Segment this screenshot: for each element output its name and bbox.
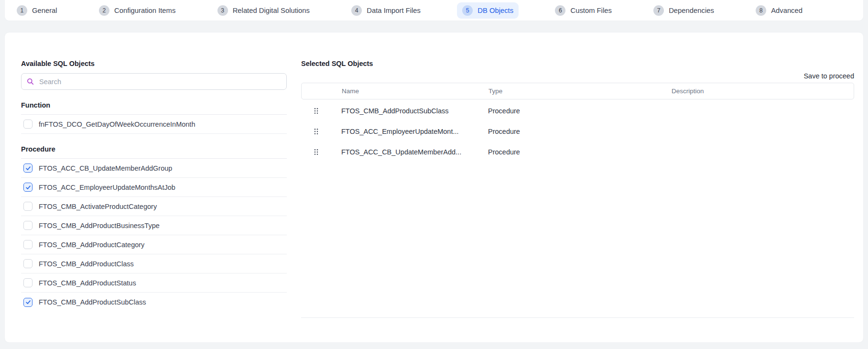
sql-object-label: FTOS_CMB_AddProductCategory — [39, 241, 144, 249]
tab-data-import-files[interactable]: 4 Data Import Files — [346, 2, 426, 19]
selected-sql-objects-panel: Selected SQL Objects Save to proceed Nam… — [301, 60, 854, 162]
available-sql-objects-panel: Available SQL Objects Function fnFTOS_DC… — [21, 60, 287, 312]
step-label: Data Import Files — [367, 7, 421, 14]
sql-object-label: FTOS_ACC_CB_UpdateMemberAddGroup — [39, 164, 172, 172]
sql-object-label: FTOS_CMB_ActivateProductCategory — [39, 203, 157, 210]
check-icon — [25, 121, 31, 127]
sql-object-label: fnFTOS_DCO_GetDayOfWeekOccurrenceInMonth — [39, 120, 195, 128]
available-objects-title: Available SQL Objects — [21, 60, 287, 68]
sql-object-groups: Function fnFTOS_DCO_GetDayOfWeekOccurren… — [21, 90, 287, 312]
step-label: DB Objects — [477, 7, 513, 14]
selected-objects-title: Selected SQL Objects — [301, 60, 854, 68]
column-header-name: Name — [342, 87, 488, 95]
sql-object-row: FTOS_CMB_AddProductBusinessType — [21, 216, 287, 235]
check-icon — [25, 223, 31, 229]
tab-db-objects[interactable]: 5 DB Objects — [457, 2, 519, 19]
cell-name: FTOS_CMB_AddProductSubClass — [341, 107, 488, 115]
tab-configuration-items[interactable]: 2 Configuration Items — [94, 2, 181, 19]
sql-object-label: FTOS_CMB_AddProductSubClass — [39, 298, 146, 306]
sql-object-row: FTOS_CMB_AddProductClass — [21, 254, 287, 273]
sql-object-row: FTOS_CMB_ActivateProductCategory — [21, 197, 287, 216]
sql-object-checkbox[interactable] — [23, 221, 33, 230]
cell-type: Procedure — [488, 148, 671, 156]
check-icon — [25, 165, 31, 171]
step-number-badge: 5 — [462, 5, 473, 16]
table-bottom-divider — [301, 317, 854, 318]
tab-custom-files[interactable]: 6 Custom Files — [550, 2, 617, 19]
sql-object-label: FTOS_ACC_EmployeerUpdateMonthsAtJob — [39, 184, 175, 191]
step-number-badge: 7 — [653, 5, 664, 16]
step-label: Dependencies — [669, 7, 714, 14]
tab-related-digital-solutions[interactable]: 3 Related Digital Solutions — [212, 2, 315, 19]
tab-general[interactable]: 1 General — [11, 2, 63, 19]
sql-object-checkbox[interactable] — [23, 202, 33, 211]
sql-object-row: FTOS_ACC_EmployeerUpdateMonthsAtJob — [21, 178, 287, 197]
table-row: FTOS_ACC_CB_UpdateMemberAdd... Procedure — [301, 142, 854, 162]
selected-objects-table-header: Name Type Description — [301, 83, 854, 99]
drag-handle-icon[interactable] — [314, 149, 318, 155]
sql-object-group: Procedure FTOS_ACC_CB_UpdateMemberAddGro… — [21, 134, 287, 312]
selected-objects-table-body: FTOS_CMB_AddProductSubClass Procedure FT… — [301, 100, 854, 162]
sql-object-label: FTOS_CMB_AddProductBusinessType — [39, 222, 160, 229]
sql-object-label: FTOS_CMB_AddProductClass — [39, 260, 134, 268]
group-items: FTOS_ACC_CB_UpdateMemberAddGroup FTOS_AC… — [21, 159, 287, 312]
search-input[interactable] — [38, 77, 281, 86]
step-number-badge: 2 — [99, 5, 109, 16]
sql-object-checkbox[interactable] — [23, 278, 33, 287]
sql-object-checkbox[interactable] — [23, 298, 33, 307]
step-number-badge: 8 — [756, 5, 766, 16]
cell-type: Procedure — [488, 128, 671, 135]
step-label: General — [32, 7, 57, 14]
drag-handle-icon[interactable] — [314, 128, 318, 135]
table-row: FTOS_ACC_EmployeerUpdateMont... Procedur… — [301, 121, 854, 142]
sql-object-checkbox[interactable] — [23, 120, 33, 129]
step-label: Related Digital Solutions — [233, 7, 310, 14]
step-number-badge: 1 — [17, 5, 27, 16]
check-icon — [25, 280, 31, 286]
cell-name: FTOS_ACC_EmployeerUpdateMont... — [341, 128, 488, 135]
wizard-stepper: 1 General 2 Configuration Items 3 Relate… — [4, 0, 864, 21]
sql-object-row: fnFTOS_DCO_GetDayOfWeekOccurrenceInMonth — [21, 115, 287, 134]
sql-object-row: FTOS_ACC_CB_UpdateMemberAddGroup — [21, 159, 287, 178]
check-icon — [25, 185, 31, 190]
search-icon — [27, 78, 34, 85]
step-number-badge: 4 — [351, 5, 362, 16]
sql-object-row: FTOS_CMB_AddProductStatus — [21, 273, 287, 293]
search-box — [21, 73, 287, 90]
check-icon — [25, 242, 31, 248]
step-label: Advanced — [771, 7, 803, 14]
step-number-badge: 6 — [555, 5, 565, 16]
check-icon — [25, 299, 31, 305]
step-label: Custom Files — [570, 7, 611, 14]
column-header-type: Type — [488, 87, 672, 95]
cell-type: Procedure — [488, 107, 671, 115]
drag-handle-icon[interactable] — [314, 108, 318, 114]
sql-object-checkbox[interactable] — [23, 259, 33, 268]
sql-object-group: Function fnFTOS_DCO_GetDayOfWeekOccurren… — [21, 90, 287, 134]
sql-object-label: FTOS_CMB_AddProductStatus — [39, 279, 136, 287]
sql-object-row: FTOS_CMB_AddProductSubClass — [21, 293, 287, 312]
group-header: Function — [21, 90, 287, 115]
sql-object-checkbox[interactable] — [23, 183, 33, 192]
check-icon — [25, 204, 31, 209]
tab-advanced[interactable]: 8 Advanced — [750, 2, 808, 19]
group-header: Procedure — [21, 134, 287, 159]
check-icon — [25, 261, 31, 267]
sql-object-checkbox[interactable] — [23, 240, 33, 249]
save-to-proceed-hint: Save to proceed — [301, 72, 854, 80]
step-label: Configuration Items — [114, 7, 175, 14]
sql-object-row: FTOS_CMB_AddProductCategory — [21, 235, 287, 254]
cell-name: FTOS_ACC_CB_UpdateMemberAdd... — [341, 148, 488, 156]
tab-dependencies[interactable]: 7 Dependencies — [648, 2, 719, 19]
sql-object-checkbox[interactable] — [23, 164, 33, 173]
step-number-badge: 3 — [217, 5, 228, 16]
db-objects-panel: Available SQL Objects Function fnFTOS_DC… — [4, 32, 864, 343]
table-row: FTOS_CMB_AddProductSubClass Procedure — [301, 100, 854, 121]
column-header-description: Description — [672, 87, 854, 95]
group-items: fnFTOS_DCO_GetDayOfWeekOccurrenceInMonth — [21, 115, 287, 134]
